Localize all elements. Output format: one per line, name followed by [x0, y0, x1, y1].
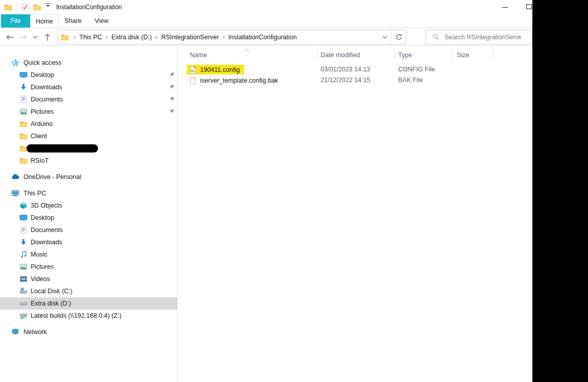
sidebar-item-extra-disk-d[interactable]: Extra disk (D:): [0, 297, 177, 310]
sidebar-item-documents[interactable]: Documents: [0, 93, 177, 106]
sidebar-item-arduino[interactable]: Arduino: [0, 118, 177, 130]
sidebar-item-pictures[interactable]: Pictures: [0, 106, 177, 118]
sidebar-item-music[interactable]: Music: [0, 248, 177, 261]
folder-icon: [19, 157, 28, 165]
column-separator[interactable]: [493, 47, 493, 60]
sidebar-item-client[interactable]: Client: [0, 130, 177, 142]
ribbon-tab-file[interactable]: File: [1, 14, 30, 28]
breadcrumb-item-this-pc[interactable]: › This PC: [70, 30, 102, 44]
back-button[interactable]: [4, 32, 15, 43]
column-header-date-modified[interactable]: Date modified: [321, 49, 360, 61]
minimize-button[interactable]: [502, 7, 508, 8]
properties-check-icon[interactable]: [21, 3, 29, 11]
refresh-icon[interactable]: [392, 30, 406, 44]
objects-3d-icon: [19, 201, 28, 210]
maximize-button[interactable]: [526, 4, 532, 9]
sidebar-item-documents[interactable]: Documents: [0, 224, 177, 236]
search-icon: [432, 33, 439, 41]
ribbon-tab-share[interactable]: Share: [59, 14, 87, 28]
sidebar-item-videos[interactable]: Videos: [0, 273, 177, 285]
column-separator[interactable]: [317, 47, 318, 60]
breadcrumb-chevron-icon[interactable]: ›: [219, 33, 228, 41]
downloads-icon: [19, 83, 28, 91]
pictures-icon: [19, 108, 28, 116]
pictures-icon: [19, 263, 28, 271]
onedrive-icon: [11, 173, 19, 181]
column-separator[interactable]: [452, 47, 452, 60]
column-header-type[interactable]: Type: [398, 49, 412, 61]
disk-network-icon: [19, 312, 28, 320]
sidebar-item-3d-objects[interactable]: 3D Objects: [0, 199, 177, 212]
ribbon-tabs: File Home Share View: [0, 14, 588, 28]
ribbon-tab-home[interactable]: Home: [30, 14, 59, 28]
sidebar-item-latest-builds-192-168-0-4-z[interactable]: Latest builds (\\192.168.0.4) (Z:): [0, 310, 177, 322]
sidebar-item-desktop[interactable]: Desktop: [0, 69, 177, 81]
breadcrumb-item-rsintegrationserver[interactable]: › RSIntegrationServer: [152, 30, 219, 44]
file-list-pane: Name Date modified Type Size 190411.conf…: [178, 46, 532, 382]
file-date-modified: 21/12/2022 14:15: [321, 75, 370, 86]
downloads-icon: [19, 238, 28, 246]
file-row-190411-config[interactable]: 190411.config 03/01/2023 14:13 CONFIG Fi…: [178, 64, 532, 75]
file-list: 190411.config 03/01/2023 14:13 CONFIG Fi…: [178, 64, 532, 86]
column-header-size[interactable]: Size: [457, 49, 469, 61]
sidebar-item-pictures[interactable]: Pictures: [0, 261, 177, 273]
breadcrumb-item-installationconfiguration[interactable]: › InstallationConfiguration: [219, 30, 297, 44]
address-bar[interactable]: › This PC › Extra disk (D:) › RSIntegrat…: [57, 30, 406, 44]
column-header-name[interactable]: Name: [190, 49, 207, 61]
breadcrumb-item-extra-disk-d[interactable]: › Extra disk (D:): [102, 30, 152, 44]
pin-icon: [168, 108, 175, 115]
sidebar-item-downloads[interactable]: Downloads: [0, 81, 177, 93]
sidebar-item-onedrive-personal[interactable]: OneDrive - Personal: [0, 171, 177, 183]
sidebar-item-quick-access[interactable]: Quick access: [0, 57, 177, 69]
sidebar-item-rsiot[interactable]: RSIoT: [0, 155, 177, 167]
file-type: BAK File: [398, 75, 423, 86]
address-dropdown-chevron-icon[interactable]: [378, 30, 391, 44]
recent-locations-chevron-icon[interactable]: [30, 32, 41, 43]
breadcrumb: › This PC › Extra disk (D:) › RSIntegrat…: [70, 30, 297, 44]
file-type: CONFIG File: [398, 64, 435, 75]
window-title: InstallationConfiguration: [56, 4, 122, 11]
file-name-cell: 190411.config: [187, 65, 244, 74]
config-file-icon: [189, 66, 197, 74]
title-bar: InstallationConfiguration: [0, 0, 588, 14]
file-row-iserver-template-config-bak[interactable]: iserver_template.config.bak 21/12/2022 1…: [178, 75, 532, 86]
quick-access-toolbar: [4, 0, 58, 14]
search-input[interactable]: [445, 34, 521, 41]
documents-icon: [19, 95, 28, 104]
up-button[interactable]: [42, 32, 53, 43]
sidebar-item-network[interactable]: Network: [0, 326, 177, 338]
pin-icon: [168, 96, 175, 103]
sidebar-item[interactable]: [0, 142, 177, 155]
breadcrumb-chevron-icon[interactable]: ›: [70, 33, 79, 41]
breadcrumb-chevron-icon[interactable]: ›: [102, 33, 111, 41]
documents-icon: [19, 226, 28, 234]
disk-c-icon: [19, 287, 28, 295]
ribbon-tab-view[interactable]: View: [87, 14, 116, 28]
forward-button[interactable]: [17, 32, 29, 43]
sort-ascending-caret-icon: [244, 46, 250, 50]
sidebar-item-this-pc[interactable]: This PC: [0, 187, 177, 199]
folder-icon[interactable]: [4, 3, 12, 11]
this-pc-icon: [11, 189, 19, 197]
explorer-window: InstallationConfiguration File Home Shar…: [0, 0, 588, 382]
bak-file-icon: [189, 77, 197, 85]
breadcrumb-chevron-icon[interactable]: ›: [152, 33, 161, 41]
file-name-cell: iserver_template.config.bak: [187, 75, 282, 85]
sidebar-item-downloads[interactable]: Downloads: [0, 236, 177, 248]
sidebar-item-desktop[interactable]: Desktop: [0, 212, 177, 224]
sidebar-item-local-disk-c[interactable]: Local Disk (C:): [0, 285, 177, 297]
pin-icon: [168, 84, 175, 90]
new-folder-icon[interactable]: [33, 3, 41, 11]
desktop-icon: [19, 214, 28, 222]
file-date-modified: 03/01/2023 14:13: [321, 64, 370, 75]
customize-toolbar-dropdown-icon[interactable]: [45, 3, 54, 11]
pin-icon: [168, 71, 175, 78]
network-icon: [11, 328, 19, 336]
search-box[interactable]: [425, 30, 532, 44]
music-icon: [19, 250, 28, 259]
folder-icon: [61, 33, 69, 41]
toolbar-separator: [16, 4, 17, 11]
column-separator[interactable]: [395, 47, 395, 60]
navigation-pane: Quick access Desktop Downloads: [0, 46, 178, 382]
desktop-icon: [19, 71, 28, 79]
